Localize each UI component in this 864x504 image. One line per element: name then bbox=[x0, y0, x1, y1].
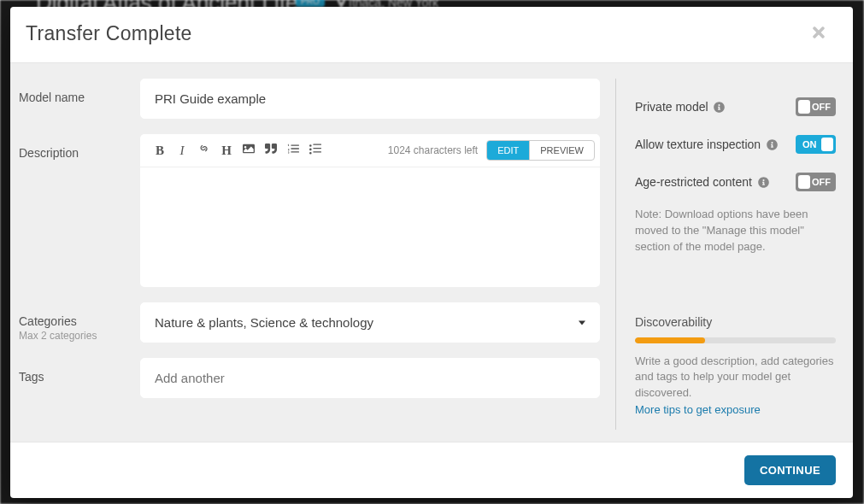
modal-footer: CONTINUE bbox=[10, 442, 853, 498]
close-icon bbox=[810, 29, 827, 44]
settings-column: Private model OFF Allow texture inspecti… bbox=[615, 79, 836, 430]
age-restricted-row: Age-restricted content OFF bbox=[635, 173, 836, 191]
pro-badge: PRO bbox=[296, 0, 325, 7]
model-name-label: Model name bbox=[19, 79, 140, 119]
list-ol-icon bbox=[287, 143, 299, 158]
help-icon[interactable] bbox=[714, 102, 725, 113]
discoverability-bar bbox=[635, 337, 836, 343]
quote-icon bbox=[265, 143, 277, 158]
ordered-list-button[interactable] bbox=[282, 139, 304, 161]
age-restricted-toggle[interactable]: OFF bbox=[796, 173, 836, 191]
edit-tab[interactable]: EDIT bbox=[487, 141, 529, 160]
editor-toolbar: B I H bbox=[140, 134, 600, 167]
download-note: Note: Download options have been moved t… bbox=[635, 207, 836, 255]
tags-input[interactable] bbox=[140, 358, 600, 398]
description-label: Description bbox=[19, 134, 140, 287]
heading-button[interactable]: H bbox=[215, 139, 238, 161]
private-model-label: Private model bbox=[635, 100, 725, 114]
description-textarea[interactable] bbox=[140, 167, 600, 287]
edit-preview-tabs: EDIT PREVIEW bbox=[486, 140, 595, 161]
close-button[interactable] bbox=[810, 24, 827, 44]
categories-select[interactable]: Nature & plants, Science & technology bbox=[140, 302, 600, 343]
private-model-row: Private model OFF bbox=[635, 97, 836, 116]
categories-label: Categories Max 2 categories bbox=[19, 302, 140, 343]
discoverability-title: Discoverability bbox=[635, 315, 836, 329]
model-name-input[interactable] bbox=[140, 79, 600, 119]
modal-title: Transfer Complete bbox=[26, 22, 192, 45]
chevron-down-icon bbox=[579, 320, 585, 325]
description-editor: B I H bbox=[140, 134, 600, 287]
private-model-toggle[interactable]: OFF bbox=[796, 97, 836, 116]
categories-sublabel: Max 2 categories bbox=[19, 330, 140, 342]
description-row: Description B I H bbox=[19, 134, 600, 287]
list-ul-icon bbox=[309, 143, 321, 158]
categories-value: Nature & plants, Science & technology bbox=[155, 315, 373, 330]
discoverability-fill bbox=[635, 337, 705, 343]
italic-button[interactable]: I bbox=[171, 139, 193, 161]
discoverability-text: Write a good description, add categories… bbox=[635, 354, 836, 402]
tags-row: Tags bbox=[19, 358, 600, 398]
texture-inspection-row: Allow texture inspection ON bbox=[635, 135, 836, 154]
transfer-complete-modal: Transfer Complete Model name Description… bbox=[10, 7, 853, 498]
discoverability-link[interactable]: More tips to get exposure bbox=[635, 403, 761, 416]
link-icon bbox=[198, 143, 210, 158]
image-button[interactable] bbox=[238, 139, 260, 161]
model-name-row: Model name bbox=[19, 79, 600, 119]
tags-label: Tags bbox=[19, 358, 140, 398]
preview-tab[interactable]: PREVIEW bbox=[529, 141, 594, 160]
continue-button[interactable]: CONTINUE bbox=[744, 455, 836, 485]
quote-button[interactable] bbox=[260, 139, 282, 161]
help-icon[interactable] bbox=[767, 139, 778, 150]
modal-body: Model name Description B I bbox=[10, 63, 853, 442]
help-icon[interactable] bbox=[758, 177, 769, 188]
form-column: Model name Description B I bbox=[19, 79, 615, 430]
categories-row: Categories Max 2 categories Nature & pla… bbox=[19, 302, 600, 343]
unordered-list-button[interactable] bbox=[304, 139, 326, 161]
texture-inspection-toggle[interactable]: ON bbox=[796, 135, 836, 154]
bold-button[interactable]: B bbox=[149, 139, 171, 161]
age-restricted-label: Age-restricted content bbox=[635, 175, 769, 189]
texture-inspection-label: Allow texture inspection bbox=[635, 138, 778, 151]
link-button[interactable] bbox=[193, 139, 215, 161]
modal-header: Transfer Complete bbox=[10, 7, 853, 63]
character-count: 1024 characters left bbox=[388, 144, 478, 156]
image-icon bbox=[243, 143, 255, 158]
